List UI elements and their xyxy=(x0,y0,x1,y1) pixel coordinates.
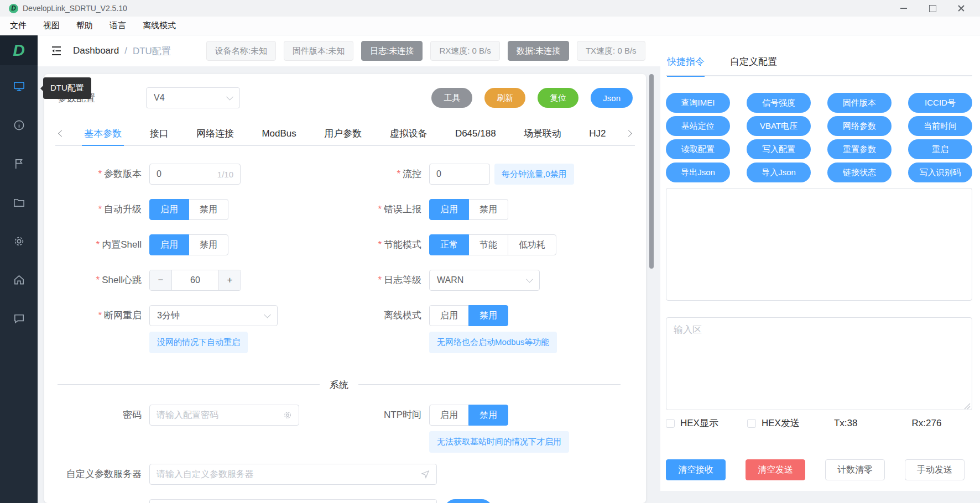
json-button[interactable]: Json xyxy=(591,88,633,108)
signal-strength-button[interactable]: 信号强度 xyxy=(747,93,811,113)
device-name-chip[interactable]: 设备名称:未知 xyxy=(206,41,276,61)
tab-user-params[interactable]: 用户参数 xyxy=(314,123,372,145)
refresh-button[interactable]: 刷新 xyxy=(484,88,525,108)
menu-view[interactable]: 视图 xyxy=(43,20,60,31)
monitor-icon[interactable] xyxy=(12,80,25,93)
iccid-button[interactable]: ICCID号 xyxy=(908,93,972,113)
firmware-version-chip[interactable]: 固件版本:未知 xyxy=(284,41,353,61)
flow-control-value[interactable] xyxy=(436,169,483,179)
reboot-button[interactable]: 重启 xyxy=(908,139,972,159)
log-status-chip[interactable]: 日志:未连接 xyxy=(361,41,423,61)
error-report-enable[interactable]: 启用 xyxy=(429,199,469,220)
tab-network[interactable]: 网络连接 xyxy=(186,123,244,145)
hex-display-checkbox[interactable] xyxy=(666,419,675,428)
custom-server-field[interactable] xyxy=(157,469,421,479)
menu-offline-mode[interactable]: 离线模式 xyxy=(143,20,176,31)
info-circle-icon[interactable] xyxy=(12,118,25,132)
card-scrollbar[interactable] xyxy=(649,74,654,269)
param-version-value[interactable] xyxy=(157,169,213,179)
tx-speed-chip[interactable]: TX速度: 0 B/s xyxy=(577,41,645,61)
vbat-voltage-button[interactable]: VBAT电压 xyxy=(747,116,811,136)
tab-custom-config[interactable]: 自定义配置 xyxy=(730,48,777,76)
power-mode-low[interactable]: 低功耗 xyxy=(508,234,556,255)
tab-interface[interactable]: 接口 xyxy=(140,123,179,145)
receive-output-area[interactable] xyxy=(666,188,972,301)
builtin-shell-disable[interactable]: 禁用 xyxy=(189,234,228,255)
breadcrumb-dtu-config[interactable]: DTU配置 xyxy=(133,45,171,57)
power-mode-normal[interactable]: 正常 xyxy=(429,234,469,255)
tabs-scroll-right-icon[interactable] xyxy=(624,128,635,139)
auto-upgrade-disable[interactable]: 禁用 xyxy=(189,199,228,220)
clear-send-button[interactable]: 清空发送 xyxy=(746,459,805,480)
shell-heartbeat-value[interactable]: 60 xyxy=(172,270,218,290)
read-config-button[interactable]: 读取配置 xyxy=(666,139,730,159)
folder-icon[interactable] xyxy=(12,196,25,209)
tab-hj2[interactable]: HJ2 xyxy=(579,123,616,145)
tab-modbus[interactable]: ModBus xyxy=(252,123,306,145)
gear-icon[interactable] xyxy=(283,411,292,420)
menu-help[interactable]: 帮助 xyxy=(76,20,93,31)
flag-icon[interactable] xyxy=(12,157,25,170)
offline-mode-disable[interactable]: 禁用 xyxy=(468,305,508,326)
power-mode-saving[interactable]: 节能 xyxy=(468,234,508,255)
hex-display-checkbox-group[interactable]: HEX显示 xyxy=(666,417,718,429)
reset-button[interactable]: 复位 xyxy=(538,88,578,108)
tools-button[interactable]: 工具 xyxy=(431,88,472,108)
param-version-input[interactable]: 1/10 xyxy=(149,164,241,185)
manual-send-button[interactable]: 手动发送 xyxy=(905,459,965,480)
tab-basic-params[interactable]: 基本参数 xyxy=(74,123,132,145)
offline-reboot-select[interactable]: 3分钟 xyxy=(149,305,278,326)
export-json-button[interactable]: 导出Json xyxy=(666,163,730,182)
hex-send-checkbox[interactable] xyxy=(747,419,756,428)
password-field[interactable] xyxy=(157,410,283,420)
stepper-minus-button[interactable]: − xyxy=(150,270,172,290)
send-input-textarea[interactable] xyxy=(666,317,972,410)
breadcrumb-dashboard[interactable]: Dashboard xyxy=(73,45,119,56)
menu-file[interactable]: 文件 xyxy=(10,20,27,31)
query-imei-button[interactable]: 查询IMEI xyxy=(666,93,730,113)
menu-language[interactable]: 语言 xyxy=(110,20,126,31)
write-config-button[interactable]: 写入配置 xyxy=(747,139,811,159)
auto-upgrade-enable[interactable]: 启用 xyxy=(149,199,189,220)
reset-counter-button[interactable]: 计数清零 xyxy=(825,459,885,480)
clear-receive-button[interactable]: 清空接收 xyxy=(666,459,726,480)
cutoff-row-button[interactable] xyxy=(445,499,492,503)
firmware-version-button[interactable]: 固件版本 xyxy=(827,93,892,113)
offline-mode-enable[interactable]: 启用 xyxy=(429,305,469,326)
base-station-button[interactable]: 基站定位 xyxy=(666,116,730,136)
chat-bubble-icon[interactable] xyxy=(12,312,25,325)
maximize-icon[interactable] xyxy=(928,4,937,13)
flow-control-input[interactable] xyxy=(429,164,490,185)
password-input[interactable] xyxy=(149,405,299,426)
close-icon[interactable] xyxy=(957,4,966,13)
tabs-scroll-left-icon[interactable] xyxy=(55,128,66,139)
reset-params-button[interactable]: 重置参数 xyxy=(827,139,892,159)
collapse-sidebar-icon[interactable] xyxy=(50,44,63,57)
ntp-time-enable[interactable]: 启用 xyxy=(429,405,469,426)
tab-virtual-device[interactable]: 虚拟设备 xyxy=(380,123,437,145)
tab-d645-188[interactable]: D645/188 xyxy=(445,123,506,145)
error-report-disable[interactable]: 禁用 xyxy=(468,199,508,220)
send-icon[interactable] xyxy=(421,470,430,479)
minimize-icon[interactable] xyxy=(899,4,908,13)
ntp-time-disable[interactable]: 禁用 xyxy=(468,405,508,426)
network-params-button[interactable]: 网络参数 xyxy=(827,116,892,136)
tab-scene-linkage[interactable]: 场景联动 xyxy=(514,123,571,145)
link-status-button[interactable]: 链接状态 xyxy=(827,163,892,182)
write-id-button[interactable]: 写入识别码 xyxy=(908,163,972,182)
hex-send-checkbox-group[interactable]: HEX发送 xyxy=(747,417,800,429)
resize-handle-icon[interactable] xyxy=(964,402,971,408)
stepper-plus-button[interactable]: + xyxy=(218,270,241,290)
import-json-button[interactable]: 导入Json xyxy=(747,163,811,182)
tab-quick-commands[interactable]: 快捷指令 xyxy=(667,48,705,76)
rx-speed-chip[interactable]: RX速度: 0 B/s xyxy=(430,41,499,61)
data-status-chip[interactable]: 数据:未连接 xyxy=(508,41,569,61)
log-level-select[interactable]: WARN xyxy=(429,270,540,291)
gear-icon[interactable] xyxy=(12,234,25,248)
builtin-shell-enable[interactable]: 启用 xyxy=(149,234,189,255)
home-icon[interactable] xyxy=(12,273,25,286)
cutoff-row-input[interactable] xyxy=(149,499,437,503)
custom-server-input[interactable] xyxy=(149,464,437,485)
version-select[interactable]: V4 xyxy=(146,87,240,108)
current-time-button[interactable]: 当前时间 xyxy=(908,116,972,136)
